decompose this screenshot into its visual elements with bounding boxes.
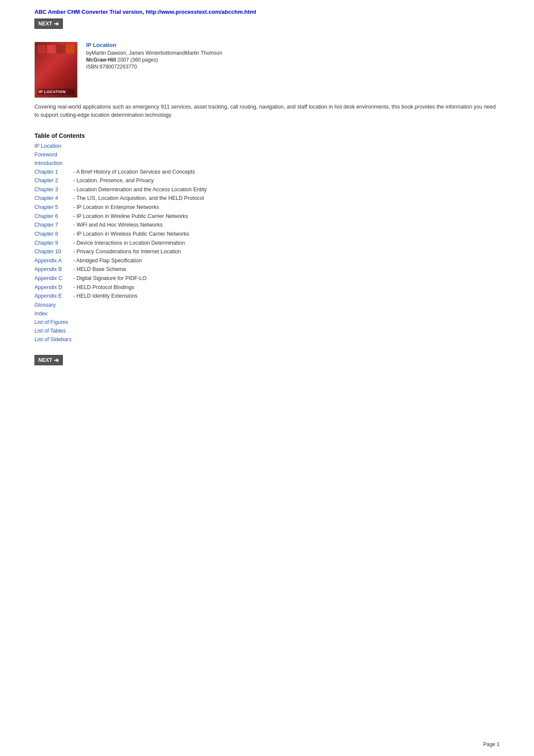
book-publisher: McGraw-Hill 2007 (360 pages) <box>86 57 222 63</box>
toc-item: Appendix A - Abridged Flap Specification <box>34 256 500 265</box>
chapter-label[interactable]: Chapter 10 <box>34 247 73 256</box>
toc-item: Chapter 7 - WiFi and Ad Hoc Wireless Net… <box>34 221 500 230</box>
cover-inner: IP LOCATION <box>35 42 77 97</box>
toc-item: Introduction <box>34 159 500 168</box>
next-button-top[interactable]: NEXT ➔ <box>34 19 63 29</box>
chapter-desc: - Location Determination and the Access … <box>73 185 207 194</box>
chapter-label[interactable]: Appendix B <box>34 265 73 274</box>
chapter-label[interactable]: Chapter 6 <box>34 212 73 221</box>
chapter-label[interactable]: Appendix A <box>34 256 73 265</box>
book-isbn: ISBN:9780072263770 <box>86 64 222 70</box>
toc-item: Appendix E - HELD Identity Extensions <box>34 292 500 301</box>
toc-item: Appendix D - HELD Protocol Bindings <box>34 283 500 292</box>
chapter-desc: - Location, Presence, and Privacy <box>73 176 154 185</box>
book-info: IP Location byMartin Dawson, James Winte… <box>86 42 222 74</box>
toc-item: List of Tables <box>34 327 500 335</box>
toc-link[interactable]: List of Figures <box>34 318 500 327</box>
chapter-desc: - IP Location in Enterprise Networks <box>73 203 159 212</box>
chapter-desc: - HELD Protocol Bindings <box>73 283 134 292</box>
toc-item: Chapter 3 - Location Determination and t… <box>34 185 500 194</box>
toc-item: Index <box>34 309 500 318</box>
book-authors: byMartin Dawson, James WinterbottomandMa… <box>86 50 222 56</box>
chapter-label[interactable]: Chapter 8 <box>34 230 73 239</box>
toc-item: Glossary <box>34 301 500 309</box>
chapter-label[interactable]: Chapter 7 <box>34 221 73 230</box>
chapter-desc: - Abridged Flap Specification <box>73 256 142 265</box>
chapter-desc: - IP Location in Wireline Public Carrier… <box>73 212 188 221</box>
chapter-label[interactable]: Appendix D <box>34 283 73 292</box>
toc-item: Chapter 10 - Privacy Considerations for … <box>34 247 500 256</box>
toc-link[interactable]: List of Tables <box>34 327 500 335</box>
chapter-label[interactable]: Appendix C <box>34 274 73 283</box>
book-title-link[interactable]: IP Location <box>86 42 222 48</box>
cover-title: IP LOCATION <box>37 89 75 95</box>
chapter-desc: - Digital Signature for PIDF-LO <box>73 274 146 283</box>
toc-link[interactable]: Foreword <box>34 150 500 159</box>
chapter-desc: - HELD Base Schema <box>73 265 126 274</box>
toc-section: Table of Contents IP LocationForewordInt… <box>34 132 500 344</box>
chapter-label[interactable]: Chapter 9 <box>34 239 73 248</box>
converter-header: ABC Amber CHM Converter Trial version, h… <box>34 9 500 15</box>
chapter-desc: - WiFi and Ad Hoc Wireless Networks <box>73 221 163 230</box>
next-button-bottom[interactable]: NEXT ➔ <box>34 355 63 365</box>
chapter-desc: - Privacy Considerations for Internet Lo… <box>73 247 181 256</box>
book-cover: IP LOCATION <box>34 42 78 98</box>
book-section: IP LOCATION IP Location byMartin Dawson,… <box>34 42 500 98</box>
toc-item: Chapter 6 - IP Location in Wireline Publ… <box>34 212 500 221</box>
toc-item: List of Sidebars <box>34 335 500 344</box>
toc-link[interactable]: IP Location <box>34 142 500 150</box>
chapter-label[interactable]: Chapter 3 <box>34 185 73 194</box>
publisher-name: McGraw-Hill <box>86 57 116 63</box>
toc-link[interactable]: Index <box>34 309 500 318</box>
toc-item: Chapter 8 - IP Location in Wireless Publ… <box>34 230 500 239</box>
toc-link[interactable]: Glossary <box>34 301 500 309</box>
toc-item: Chapter 1 - A Brief History of Location … <box>34 168 500 177</box>
chapter-label[interactable]: Chapter 5 <box>34 203 73 212</box>
chapter-label[interactable]: Chapter 4 <box>34 194 73 203</box>
next-button-bottom-container: NEXT ➔ <box>34 352 500 365</box>
toc-items: IP LocationForewordIntroductionChapter 1… <box>34 142 500 344</box>
chapter-desc: - A Brief History of Location Services a… <box>73 168 195 177</box>
publisher-year-pages: 2007 (360 pages) <box>118 57 158 63</box>
toc-item: Chapter 5 - IP Location in Enterprise Ne… <box>34 203 500 212</box>
next-arrow: ➔ <box>54 20 59 27</box>
chapter-label[interactable]: Chapter 2 <box>34 176 73 185</box>
chapter-desc: - IP Location in Wireless Public Carrier… <box>73 230 189 239</box>
toc-item: IP Location <box>34 142 500 150</box>
next-label: NEXT <box>38 21 52 27</box>
toc-item: Chapter 2 - Location, Presence, and Priv… <box>34 176 500 185</box>
toc-item: Chapter 4 - The LIS, Location Acquisitio… <box>34 194 500 203</box>
toc-item: Appendix B - HELD Base Schema <box>34 265 500 274</box>
toc-link[interactable]: List of Sidebars <box>34 335 500 344</box>
book-description: Covering real-world applications such as… <box>34 103 500 119</box>
toc-item: List of Figures <box>34 318 500 327</box>
next-label-bottom: NEXT <box>38 357 52 363</box>
chapter-desc: - The LIS, Location Acquisition, and the… <box>73 194 204 203</box>
toc-title: Table of Contents <box>34 132 500 139</box>
chapter-desc: - HELD Identity Extensions <box>73 292 137 301</box>
chapter-label[interactable]: Chapter 1 <box>34 168 73 177</box>
toc-item: Foreword <box>34 150 500 159</box>
converter-link[interactable]: ABC Amber CHM Converter Trial version, h… <box>34 9 256 15</box>
chapter-label[interactable]: Appendix E <box>34 292 73 301</box>
toc-item: Appendix C - Digital Signature for PIDF-… <box>34 274 500 283</box>
page-number: Page 1 <box>483 741 500 747</box>
toc-item: Chapter 9 - Device Interactions in Locat… <box>34 239 500 248</box>
next-arrow-bottom: ➔ <box>54 357 59 364</box>
toc-link[interactable]: Introduction <box>34 159 500 168</box>
chapter-desc: - Device Interactions in Location Determ… <box>73 239 185 248</box>
